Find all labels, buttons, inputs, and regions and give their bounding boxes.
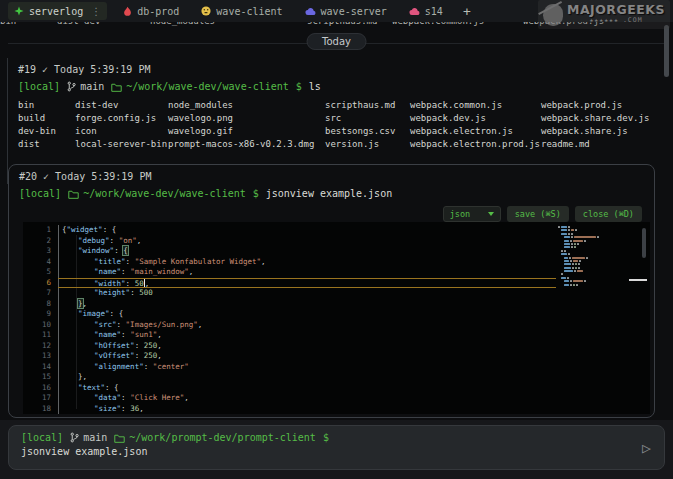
add-tab-button[interactable]: + [459,4,475,19]
code-line-text: "hOffset": 250, [58,341,556,352]
ls-file-name: version.js [325,138,410,151]
git-branch-icon [67,81,76,92]
code-line[interactable]: 4"title": "Sample Konfabulator Widget", [23,257,556,268]
code-line[interactable]: 11"name": "sun1", [23,330,556,341]
ls-file-name: forge.config.js [75,112,168,125]
code-line-text: "image": { [58,309,556,320]
line-number: 13 [23,351,58,362]
chevron-down-icon [488,212,494,216]
block20-header: #20✓Today 5:39:19 PM [19,171,151,182]
code-line[interactable]: 3"window": { [23,246,556,257]
minimap-line [564,236,640,238]
clipped-file-name: node_modules [150,22,307,28]
git-branch-icon [70,432,79,443]
branch-name: main [83,432,107,443]
prompt-branch: main [70,432,107,443]
code-line[interactable]: 8}, [23,299,556,310]
code-line[interactable]: 7"height": 500 [23,288,556,299]
check-icon: ✓ [42,64,48,75]
line-number: 14 [23,362,58,373]
code-line[interactable]: 1{"widget": { [23,225,556,236]
ls-file-name: node_modules [168,99,325,112]
code-line-text: "size": 36, [58,404,556,415]
block-number: #19 [18,64,36,75]
command-input-box[interactable]: [local]main~/work/prompt-dev/prompt-clie… [8,425,665,470]
json-code-editor[interactable]: 1{"widget": {2"debug": "on",3"window": {… [23,222,650,414]
save-button[interactable]: save (⌘S) [507,206,569,222]
prompt-command: jsonview example.json [266,188,392,199]
input-prompt: [local]main~/work/prompt-dev/prompt-clie… [21,432,652,443]
line-number: 7 [23,288,58,299]
terminal-scrollback: bindist-devnode_modulesscripthaus.mdwebp… [0,22,673,420]
mode-select-value: json [450,209,470,219]
tab-menu-icon[interactable]: ⋮ [91,6,101,17]
tab-serverlog[interactable]: serverlog⋮ [8,2,107,20]
main-scrollbar-thumb[interactable] [664,25,669,77]
prompt-cwd: ~/work/wave-dev/wave-client [111,81,289,92]
cwd-path: ~/work/prompt-dev/prompt-client [129,432,316,443]
code-line-text: "name": "sun1", [58,330,556,341]
code-line[interactable]: 18"size": 36, [23,404,556,415]
ls-file-name: webpack.share.dev.js [541,112,649,125]
prompt-symbol: $ [296,81,302,92]
ls-file-name: wavelogo.gif [168,125,325,138]
prompt-symbol: $ [323,432,329,443]
prompt-host: [local] [21,432,63,443]
send-button[interactable]: ▷ [642,439,651,457]
overview-cursor-marker [629,279,647,281]
minimap-line [564,260,640,262]
code-line[interactable]: 5"name": "main_window", [23,267,556,278]
command-input-text[interactable]: jsonview example.json [21,446,652,457]
majorgeeks-watermark: MAJORGEEKS ★★★★★★ .COM [538,0,670,29]
code-line[interactable]: 6"width": 50, [23,278,556,289]
minimap-line [561,253,640,255]
code-line[interactable]: 15}, [23,372,556,383]
tab-list: serverlog⋮db-prodwave-clientwave-servers… [8,2,449,20]
ls-file-name: dist [18,138,75,151]
close-button[interactable]: close (⌘D) [575,206,642,222]
code-line-text: "data": "Click Here", [58,393,556,404]
code-line[interactable]: 9"image": { [23,309,556,320]
tab-wave-client[interactable]: wave-client [195,2,288,20]
code-line-text: "title": "Sample Konfabulator Widget", [58,257,556,268]
code-line[interactable]: 14"alignment": "center" [23,362,556,373]
prompt-block19: [local]main~/work/wave-dev/wave-client$l… [18,81,321,92]
minimap-line [564,240,640,242]
flame-icon [123,6,132,17]
today-date-pill: Today [306,33,367,50]
line-number: 10 [23,320,58,331]
code-line[interactable]: 13"vOffset": 250, [23,351,556,362]
editor-scrollbar-thumb[interactable] [642,228,646,258]
language-mode-select[interactable]: json [443,206,501,222]
code-line[interactable]: 2"debug": "on", [23,236,556,247]
tab-label: wave-client [216,6,282,17]
cwd-path: ~/work/wave-dev/wave-client [126,81,289,92]
code-line[interactable]: 16"text": { [23,383,556,394]
minimap-line [564,243,640,245]
tab-db-prod[interactable]: db-prod [117,2,185,20]
command-input-area: [local]main~/work/prompt-dev/prompt-clie… [0,420,673,479]
watermark-stars: ★★★★★★ [589,15,618,26]
ls-file-name: wavelogo.png [168,112,325,125]
code-lines: 1{"widget": {2"debug": "on",3"window": {… [23,225,556,414]
code-line[interactable]: 17"data": "Click Here", [23,393,556,404]
line-number: 15 [23,372,58,383]
tab-s14[interactable]: s14 [403,2,449,20]
code-line-text: }, [58,299,556,310]
ls-file-name: bestsongs.csv [325,125,410,138]
tab-label: serverlog [29,6,83,17]
tab-wave-server[interactable]: wave-server [299,2,393,20]
minimap[interactable] [556,226,640,287]
cloud-icon [305,7,316,16]
ls-file-name: src [325,112,410,125]
tab-label: wave-server [321,6,387,17]
block20-selected[interactable]: #20✓Today 5:39:19 PM [local]~/work/wave-… [8,164,655,418]
line-number: 11 [23,330,58,341]
minimap-line [561,233,640,235]
code-line[interactable]: 10"src": "Images/Sun.png", [23,320,556,331]
minimap-line [564,246,640,248]
code-line[interactable]: 12"hOffset": 250, [23,341,556,352]
ls-file-name: bin [18,99,75,112]
block19-left-border [7,58,8,184]
sparkle-icon [14,6,24,16]
